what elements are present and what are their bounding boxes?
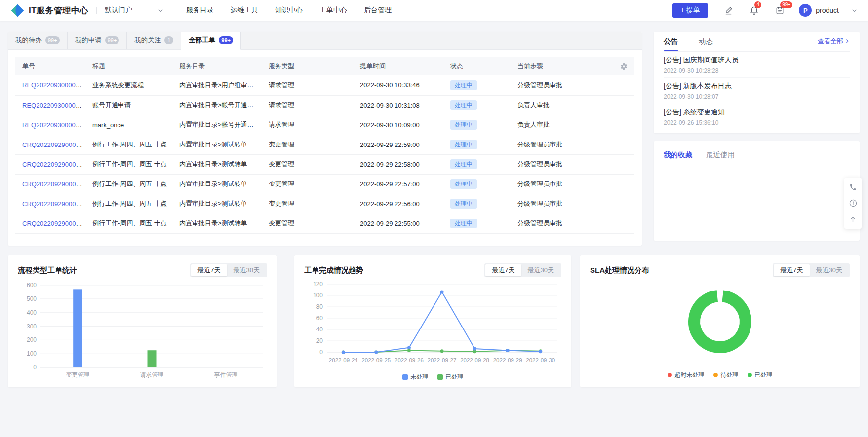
ticket-link[interactable]: REQ20220930000002 — [22, 102, 85, 109]
workorder-tab[interactable]: 我的申请99+ — [68, 32, 127, 49]
info-icon — [849, 199, 857, 207]
legend-item[interactable]: 待处理 — [713, 371, 739, 379]
range-button[interactable]: 最近7天 — [191, 264, 227, 276]
legend-label: 已处理 — [755, 371, 773, 379]
legend-item[interactable]: 已处理 — [748, 371, 773, 379]
col-header-id: 单号 — [15, 57, 85, 75]
ticket-link[interactable]: CRQ20220929000060 — [22, 220, 85, 227]
todo-button[interactable]: 99+ — [774, 5, 785, 16]
cell-catalog: 内置审批目录>测试转单 — [172, 214, 262, 233]
cell-step: 分级管理员审批 — [511, 135, 604, 154]
notice-time: 2022-09-30 10:28:28 — [664, 67, 850, 74]
cell-actions — [604, 214, 634, 233]
svg-text:500: 500 — [27, 295, 37, 302]
cell-catalog: 内置审批目录>帐号开通申请 — [172, 95, 262, 115]
back-to-top-button[interactable] — [846, 212, 860, 226]
contact-button[interactable] — [846, 181, 860, 194]
notice-title[interactable]: [公告] 系统变更通知 — [664, 108, 850, 117]
notifications-button[interactable]: 4 — [749, 5, 759, 16]
svg-text:0: 0 — [33, 364, 37, 371]
notice-panel: 公告 动态 查看全部 [公告] 国庆期间值班人员2022-09-30 10:28… — [654, 32, 860, 133]
tab-activity[interactable]: 动态 — [699, 32, 713, 51]
range-button[interactable]: 最近7天 — [485, 264, 521, 276]
svg-text:120: 120 — [313, 281, 323, 288]
workorder-tab-badge: 99+ — [45, 36, 60, 44]
workorder-tab[interactable]: 我的待办99+ — [8, 32, 68, 49]
nav-item[interactable]: 服务目录 — [186, 6, 214, 15]
avatar[interactable]: P — [799, 4, 812, 17]
help-button[interactable] — [846, 196, 860, 210]
notice-item: [公告] 国庆期间值班人员2022-09-30 10:28:28 — [664, 52, 850, 78]
col-header-type: 服务类型 — [262, 57, 353, 75]
nav-item[interactable]: 知识中心 — [275, 6, 303, 15]
donut-chart-legend: 超时未处理待处理已处理 — [590, 371, 850, 379]
workorder-tab-badge: 1 — [164, 36, 173, 44]
ticket-link[interactable]: REQ20220930000003 — [22, 81, 85, 89]
status-badge: 处理中 — [450, 218, 477, 228]
ticket-link[interactable]: CRQ20220929000062 — [22, 181, 85, 188]
gear-icon[interactable] — [620, 63, 628, 70]
range-button[interactable]: 最近30天 — [521, 264, 560, 276]
cell-catalog: 内置审批目录>测试转单 — [172, 174, 262, 194]
workorder-tab[interactable]: 我的关注1 — [127, 32, 181, 49]
portal-selector[interactable]: 默认门户 — [105, 6, 163, 15]
nav-item[interactable]: 后台管理 — [364, 6, 392, 15]
chart-title: 流程类型工单统计 — [18, 266, 77, 275]
legend-item[interactable]: 已处理 — [437, 373, 464, 381]
svg-text:400: 400 — [27, 309, 37, 316]
cell-ticket-id: CRQ20220929000061 — [15, 194, 85, 214]
table-row: CRQ20220929000061例行工作-周四、周五 十点内置审批目录>测试转… — [15, 194, 634, 214]
submit-ticket-button[interactable]: + 提单 — [672, 3, 708, 18]
cell-status: 处理中 — [443, 174, 511, 194]
notice-title[interactable]: [公告] 新版本发布日志 — [664, 82, 850, 91]
tab-announcements[interactable]: 公告 — [664, 32, 678, 51]
compose-button[interactable] — [723, 5, 734, 16]
workorder-tab-label: 全部工单 — [189, 36, 215, 45]
cell-type: 变更管理 — [262, 214, 353, 233]
cell-type: 变更管理 — [262, 135, 353, 154]
range-button[interactable]: 最近30天 — [227, 264, 266, 276]
cell-title: mark_once — [85, 115, 172, 135]
cell-catalog: 内置审批目录>测试转单 — [172, 194, 262, 214]
bar-chart: 0100200300400500600变更管理请求管理事件管理 — [8, 277, 277, 384]
cell-ticket-id: CRQ20220929000062 — [15, 174, 85, 194]
nav-item[interactable]: 运维工具 — [231, 6, 258, 15]
table-row: CRQ20220929000063例行工作-周四、周五 十点内置审批目录>测试转… — [15, 154, 634, 174]
table-row: REQ20220930000003业务系统变更流程内置审批目录>用户组审批...… — [15, 75, 634, 95]
cell-ticket-id: REQ20220930000001 — [15, 115, 85, 135]
workorder-tab[interactable]: 全部工单99+ — [181, 32, 241, 50]
legend-item[interactable]: 超时未处理 — [668, 371, 705, 379]
table-row: CRQ20220929000060例行工作-周四、周五 十点内置审批目录>测试转… — [15, 214, 634, 233]
view-all-link[interactable]: 查看全部 — [818, 37, 850, 46]
nav-item[interactable]: 工单中心 — [319, 6, 347, 15]
svg-text:300: 300 — [27, 323, 37, 330]
tab-my-favorites[interactable]: 我的收藏 — [664, 150, 692, 160]
chart-title: SLA处理情况分布 — [590, 266, 649, 275]
notice-list: [公告] 国庆期间值班人员2022-09-30 10:28:28[公告] 新版本… — [664, 52, 850, 130]
range-button[interactable]: 最近7天 — [774, 264, 809, 276]
legend-swatch — [402, 374, 408, 380]
cell-status: 处理中 — [443, 194, 511, 214]
user-name: product — [816, 6, 839, 14]
cell-step: 分级管理员审批 — [511, 154, 604, 174]
cell-title: 例行工作-周四、周五 十点 — [85, 174, 172, 194]
cell-ticket-id: CRQ20220929000064 — [15, 135, 85, 154]
cell-step: 负责人审批 — [511, 95, 604, 115]
col-header-catalog: 服务目录 — [172, 57, 262, 75]
ticket-link[interactable]: REQ20220930000001 — [22, 121, 85, 129]
ticket-link[interactable]: CRQ20220929000061 — [22, 200, 85, 208]
cell-actions — [604, 174, 634, 194]
legend-item[interactable]: 未处理 — [402, 373, 429, 381]
ticket-link[interactable]: CRQ20220929000063 — [22, 161, 85, 168]
cell-title: 例行工作-周四、周五 十点 — [85, 214, 172, 233]
svg-text:2022-09-24: 2022-09-24 — [329, 357, 358, 363]
tab-activity-label: 动态 — [699, 37, 713, 46]
user-menu-chevron-icon[interactable] — [852, 8, 857, 13]
tab-recently-used[interactable]: 最近使用 — [706, 150, 735, 160]
legend-swatch — [668, 373, 672, 377]
ticket-link[interactable]: CRQ20220929000064 — [22, 141, 85, 148]
cell-time: 2022-09-30 10:31:08 — [353, 95, 443, 115]
notice-title[interactable]: [公告] 国庆期间值班人员 — [664, 56, 850, 65]
cell-status: 处理中 — [443, 214, 511, 233]
range-button[interactable]: 最近30天 — [810, 264, 849, 276]
